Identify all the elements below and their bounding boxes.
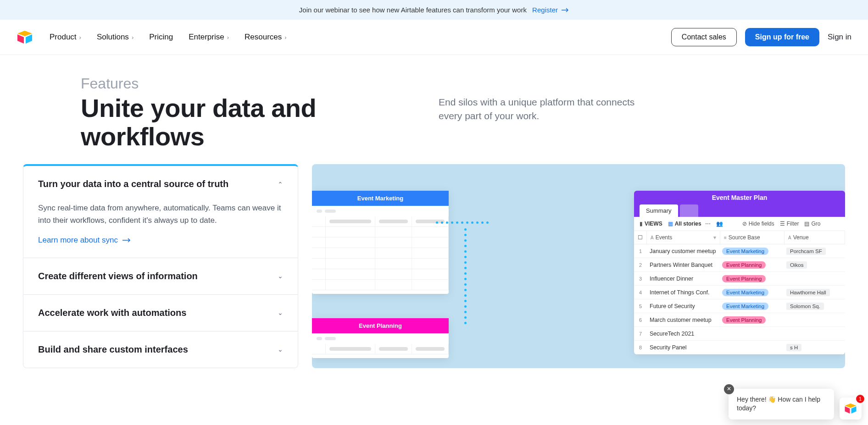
preview-card-marketing: Event Marketing — [312, 191, 449, 294]
nav-label: Solutions — [97, 33, 129, 42]
all-stories-button[interactable]: ▦All stories⋯ — [668, 221, 711, 227]
arrow-right-icon — [122, 236, 131, 245]
signup-button[interactable]: Sign up for free — [745, 28, 819, 46]
event-cell: Future of Security — [647, 303, 720, 309]
accordion-desc: Sync real-time data from anywhere, autom… — [38, 202, 283, 226]
source-cell: Event Marketing — [720, 289, 785, 296]
source-cell: Event Planning — [720, 316, 785, 324]
accordion-header[interactable]: Accelerate work with automations ⌄ — [23, 295, 298, 331]
accordion-item-views: Create different views of information ⌄ — [23, 258, 298, 295]
row-number: 5 — [634, 304, 647, 309]
group-button[interactable]: ▤Gro — [804, 221, 820, 227]
learn-more-sync-link[interactable]: Learn more about sync — [38, 236, 131, 245]
sidebar-icon: ▮ — [640, 221, 643, 227]
grid-icon: ▦ — [668, 221, 673, 227]
connector-dots — [436, 221, 489, 224]
preview-panel: Event Marketing Event Planning — [312, 164, 845, 368]
chevron-down-icon: ⌄ — [278, 272, 283, 280]
card-tabs: Summary — [634, 204, 845, 217]
more-icon: ⋯ — [705, 221, 711, 227]
group-icon: ▤ — [804, 221, 809, 227]
table-row[interactable]: 3Influencer DinnerEvent Planning — [634, 272, 845, 286]
label: Gro — [811, 221, 820, 227]
nav-enterprise[interactable]: Enterprise› — [189, 33, 229, 42]
source-cell: Event Planning — [720, 261, 785, 269]
nav-solutions[interactable]: Solutions› — [97, 33, 134, 42]
nav-label: Product — [50, 33, 77, 42]
table-row[interactable]: 7SecureTech 2021 — [634, 327, 845, 341]
row-number: 3 — [634, 276, 647, 281]
svg-marker-1 — [17, 34, 24, 44]
nav-label: Enterprise — [189, 33, 224, 42]
label: VIEWS — [645, 221, 662, 227]
source-cell: Event Marketing — [720, 248, 785, 255]
nav-resources[interactable]: Resources› — [245, 33, 287, 42]
accordion-header[interactable]: Build and share custom interfaces ⌄ — [23, 331, 298, 368]
checkbox-column[interactable]: ☐ — [634, 231, 647, 244]
dropdown-icon: ▾ — [713, 234, 716, 241]
features-accordion: Turn your data into a central source of … — [23, 164, 298, 368]
accordion-item-automations: Accelerate work with automations ⌄ — [23, 295, 298, 331]
table-row[interactable]: 2Partners Winter BanquetEvent PlanningOi… — [634, 258, 845, 272]
announcement-banner: Join our webinar to see how new Airtable… — [0, 0, 868, 20]
chevron-right-icon: › — [132, 34, 134, 41]
signin-link[interactable]: Sign in — [828, 33, 851, 42]
event-cell: Internet of Things Conf. — [647, 289, 720, 296]
card-grid — [312, 344, 449, 358]
contact-sales-button[interactable]: Contact sales — [671, 28, 737, 46]
venue-cell: Hawthorne Hall — [785, 289, 845, 296]
connector-dots — [464, 228, 467, 324]
accordion-body: Sync real-time data from anywhere, autom… — [23, 202, 298, 258]
source-cell: Event Planning — [720, 275, 785, 282]
label: All stories — [675, 221, 701, 227]
hide-fields-button[interactable]: ⊘Hide fields — [742, 221, 774, 227]
events-column[interactable]: AEvents▾ — [647, 231, 720, 244]
event-cell: Security Panel — [647, 344, 720, 351]
nav-label: Resources — [245, 33, 282, 42]
nav-product[interactable]: Product› — [50, 33, 81, 42]
hero: Features Unite your data and workflows E… — [0, 55, 868, 164]
label: Events — [656, 234, 673, 241]
text-icon: A — [788, 235, 791, 240]
table-row[interactable]: 4Internet of Things Conf.Event Marketing… — [634, 286, 845, 299]
views-button[interactable]: ▮VIEWS — [640, 221, 662, 227]
row-number: 6 — [634, 317, 647, 323]
venue-column[interactable]: AVenue — [785, 231, 845, 244]
event-cell: January customer meetup — [647, 248, 720, 254]
event-cell: March customer meetup — [647, 317, 720, 323]
accordion-title: Build and share custom interfaces — [38, 344, 188, 355]
logo[interactable] — [17, 31, 33, 44]
chevron-right-icon: › — [227, 34, 229, 41]
tab-inactive[interactable] — [680, 204, 698, 217]
venue-cell: Solomon Sq. — [785, 303, 845, 310]
features-content: Turn your data into a central source of … — [0, 164, 868, 368]
accordion-title: Accelerate work with automations — [38, 308, 186, 318]
row-number: 8 — [634, 345, 647, 350]
table-row[interactable]: 6March customer meetupEvent Planning — [634, 313, 845, 327]
tab-summary[interactable]: Summary — [640, 204, 678, 217]
table-row[interactable]: 8Security Panels H — [634, 341, 845, 354]
preview-card-planning: Event Planning — [312, 318, 449, 358]
row-number: 7 — [634, 331, 647, 337]
eye-off-icon: ⊘ — [742, 221, 747, 227]
banner-link-label: Register — [532, 6, 558, 14]
table-row[interactable]: 5Future of SecurityEvent MarketingSolomo… — [634, 299, 845, 313]
nav-pricing[interactable]: Pricing — [149, 33, 173, 42]
event-cell: Partners Winter Banquet — [647, 262, 720, 268]
people-icon[interactable]: 👥 — [716, 221, 723, 227]
card-title: Event Master Plan — [634, 191, 845, 204]
filter-icon: ☰ — [780, 221, 785, 227]
row-number: 2 — [634, 262, 647, 268]
table-row[interactable]: 1January customer meetupEvent MarketingP… — [634, 244, 845, 258]
label: Hide fields — [749, 221, 774, 227]
source-column[interactable]: ≡Source Base — [720, 231, 785, 244]
text-icon: A — [651, 235, 654, 240]
accordion-header[interactable]: Create different views of information ⌄ — [23, 258, 298, 294]
filter-button[interactable]: ☰Filter — [780, 221, 799, 227]
accordion-title: Create different views of information — [38, 271, 198, 281]
banner-register-link[interactable]: Register — [532, 6, 569, 14]
hero-description: End silos with a unique platform that co… — [439, 95, 650, 123]
hero-eyebrow: Features — [81, 75, 411, 92]
chevron-right-icon: › — [284, 34, 286, 41]
accordion-header[interactable]: Turn your data into a central source of … — [23, 166, 298, 202]
